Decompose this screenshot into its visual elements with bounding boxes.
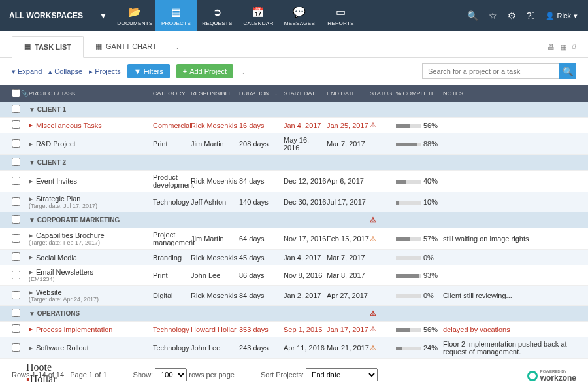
end-date: Mar 7, 2017 [327,254,370,262]
group-checkbox[interactable] [12,309,20,317]
col-header[interactable]: STATUS [370,90,396,97]
export-pdf-icon[interactable]: ⎙ [572,43,576,52]
start-date: May 16, 2016 [284,136,327,152]
expand-icon[interactable]: ▶ [29,196,33,202]
expand-icon[interactable]: ▶ [29,178,33,184]
row-checkbox[interactable] [12,139,20,148]
end-date: Mar 7, 2017 [327,140,370,148]
col-header[interactable]: CATEGORY [153,90,191,97]
col-header[interactable]: END DATE [327,90,370,97]
user-menu[interactable]: 👤Rick▾ [546,12,578,20]
duration: 353 days [239,326,274,333]
gear-icon[interactable]: ⚙ [508,10,516,21]
row-checkbox[interactable] [12,324,20,333]
help-icon[interactable]: ?⃝ [527,10,535,21]
search-input[interactable] [422,63,559,79]
task-row[interactable]: ▶Email Newsletters(EM1234)PrintJohn Lee8… [0,265,588,286]
responsible: Rick Mosenkis [191,122,239,129]
nav-calendar[interactable]: 📅CALENDAR [238,0,279,31]
projects-crumb[interactable]: ▸ Projects [89,67,121,76]
expand-link[interactable]: ▾ Expand [12,67,42,76]
nav-requests[interactable]: ➲REQUESTS [197,0,238,31]
search-button[interactable]: 🔍 [559,63,576,79]
sort-select[interactable]: End date [306,368,378,381]
export-excel-icon[interactable]: ▦ [560,43,566,52]
expand-icon[interactable]: ▶ [29,326,33,332]
col-header[interactable]: ↓ [274,90,284,97]
col-header[interactable] [12,89,21,99]
row-checkbox[interactable] [12,343,20,352]
row-checkbox[interactable] [12,234,20,243]
group-row[interactable]: ▼ CLIENT 1 [0,102,588,118]
start-date: Dec 30, 2016 [284,198,327,206]
tab-more-icon[interactable]: ⋮ [169,37,186,57]
col-header[interactable]: 📎 [21,90,29,97]
duration: 86 days [239,271,274,279]
task-row[interactable]: ▶Software RolloutTechnologyJohn Lee243 d… [0,337,588,359]
expand-icon[interactable]: ▶ [29,141,33,147]
print-icon[interactable]: 🖶 [547,43,555,52]
group-checkbox[interactable] [12,215,20,224]
start-date: Jan 2, 2017 [284,292,327,299]
nav-icon: ▤ [171,6,181,18]
col-header[interactable]: PROJECT / TASK [29,90,153,97]
task-row[interactable]: ▶Event InvitesProduct developmentRick Mo… [0,171,588,192]
rows-per-page-select[interactable]: 100 [155,368,187,381]
status: ⚠ [370,235,396,243]
start-date: Jan 4, 2017 [284,254,327,262]
col-header[interactable]: DURATION [239,90,274,97]
task-row[interactable]: ▶R&D ProjectPrintJim Martin208 daysMay 1… [0,133,588,155]
nav-documents[interactable]: 📂DOCUMENTS [114,0,155,31]
task-row[interactable]: ▶Strategic Plan(Target date: Jul 17, 201… [0,192,588,212]
task-row[interactable]: ▶Social MediaBrandingRick Mosenkis45 day… [0,250,588,265]
group-row[interactable]: ▼ CORPORATE MARKETING⚠ [0,212,588,228]
end-date: Jul 17, 2017 [327,198,370,206]
col-header[interactable]: RESPONSIBLE [191,90,239,97]
nav-icon: 📅 [252,6,265,18]
row-checkbox[interactable] [12,252,20,261]
star-icon[interactable]: ☆ [489,10,497,21]
task-row[interactable]: ▶Website(Target date: Apr 24, 2017)Digit… [0,286,588,306]
group-row[interactable]: ▼ OPERATIONS⚠ [0,306,588,322]
col-header[interactable]: NOTES [443,90,588,97]
plus-icon: + [183,67,187,75]
expand-icon[interactable]: ▶ [29,345,33,351]
expand-icon[interactable]: ▶ [29,254,33,260]
collapse-link[interactable]: ▴ Collapse [48,67,82,76]
nav-projects[interactable]: ▤PROJECTS [155,0,197,31]
expand-icon[interactable]: ▶ [29,290,33,296]
responsible: John Lee [191,271,239,279]
status: ⚠ [370,121,396,129]
row-checkbox[interactable] [12,197,20,206]
filters-button[interactable]: ▼Filters [127,64,170,78]
nav-reports[interactable]: ▭REPORTS [320,0,361,31]
category: Commercial [153,122,191,129]
col-header[interactable]: START DATE [284,90,327,97]
task-row[interactable]: ▶Miscellaneous TasksCommercialRick Mosen… [0,118,588,133]
nav-messages[interactable]: 💬MESSAGES [279,0,320,31]
group-checkbox[interactable] [12,105,20,113]
select-all-checkbox[interactable] [12,89,20,97]
more-icon[interactable]: ⋮ [240,67,247,76]
notes: still waiting on image rights [443,235,588,243]
row-checkbox[interactable] [12,291,20,299]
end-date: Apr 27, 2017 [327,292,370,299]
tab-task-list[interactable]: ▦TASK LIST [12,36,84,58]
group-checkbox[interactable] [12,158,20,166]
workspace-selector[interactable]: ALL WORKSPACES▾ [0,11,114,20]
tab-gantt-chart[interactable]: ▦GANTT CHART [84,36,169,57]
add-project-button[interactable]: +Add Project [176,64,233,78]
task-row[interactable]: ▶Capabilities Brochure(Target date: Feb … [0,228,588,250]
percent-complete: 93% [396,271,443,279]
col-header[interactable]: % COMPLETE [396,90,443,97]
search-icon[interactable]: 🔍 [467,10,478,21]
row-checkbox[interactable] [12,120,20,129]
row-checkbox[interactable] [12,177,20,185]
expand-icon[interactable]: ▶ [29,233,33,239]
row-checkbox[interactable] [12,271,20,279]
expand-icon[interactable]: ▶ [29,122,33,128]
task-row[interactable]: ▶Process implementationTechnologyHoward … [0,322,588,337]
brand-logo: Hoote▪Hollar [26,362,57,385]
group-row[interactable]: ▼ CLIENT 2 [0,155,588,171]
expand-icon[interactable]: ▶ [29,269,33,275]
